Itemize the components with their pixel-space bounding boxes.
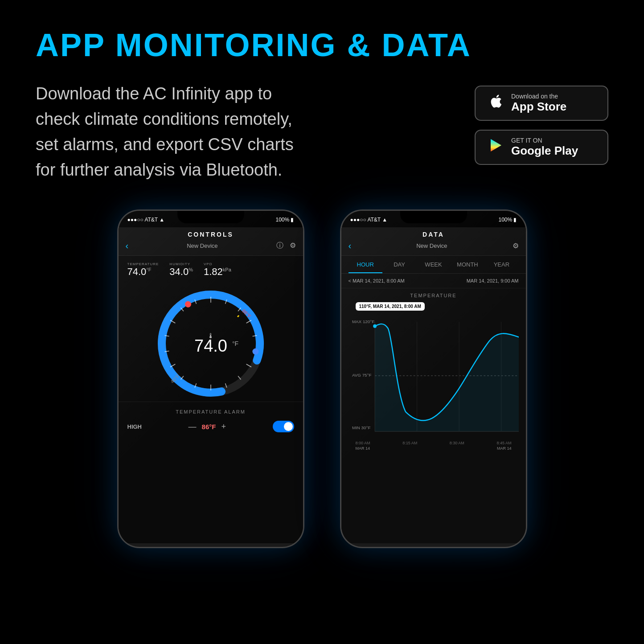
controls-subtitle-row: ‹ New Device ⓘ ⚙ [126, 241, 296, 251]
alarm-controls: — 86°F + [189, 422, 226, 431]
chart-title: TEMPERATURE [349, 293, 519, 298]
tab-hour[interactable]: HOUR [349, 261, 382, 273]
time-tabs: HOUR DAY WEEK MONTH YEAR [341, 256, 526, 274]
appstore-text: Download on the App Store [511, 93, 566, 114]
appstore-large-text: App Store [511, 100, 566, 114]
page-container: APP MONITORING & DATA Download the AC In… [0, 0, 644, 644]
top-section: Download the AC Infinity app to check cl… [36, 81, 608, 183]
phone-data-frame: ●●●○○ AT&T ▲ 4:48PM 100% ▮ DATA ‹ New De… [340, 209, 527, 548]
phone-controls-frame: ●●●○○ AT&T ▲ 4:48PM 100% ▮ CONTROLS ‹ Ne… [117, 209, 304, 548]
date-nav-left[interactable]: < MAR 14, 2021, 8:00 AM [349, 278, 405, 283]
x-label-2: 8:15 AM [402, 441, 417, 445]
temperature-chart: MAX 120°F AVG 75°F MIN 30°F [349, 314, 519, 439]
temp-label: TEMPERATURE [127, 262, 159, 266]
phone-notch-controls [177, 211, 244, 223]
tab-year[interactable]: YEAR [484, 261, 518, 273]
phones-section: ●●●○○ AT&T ▲ 4:48PM 100% ▮ CONTROLS ‹ Ne… [36, 209, 608, 548]
temp-value: 74.0°F [127, 266, 159, 278]
tab-day[interactable]: DAY [382, 261, 416, 273]
chart-tooltip: 110°F, MAR 14, 2021, 8:00 AM [356, 302, 425, 311]
tab-week[interactable]: WEEK [416, 261, 450, 273]
sensors-row: TEMPERATURE 74.0°F HUMIDITY 34.0% [119, 256, 303, 281]
main-title: APP MONITORING & DATA [36, 27, 608, 63]
controls-title: CONTROLS [126, 231, 296, 238]
humidity-value: 34.0% [169, 266, 193, 278]
data-settings-icon[interactable]: ⚙ [513, 242, 519, 250]
settings-icon[interactable]: ⚙ [290, 241, 296, 250]
alarm-high-label: HIGH [127, 423, 142, 430]
data-title: DATA [349, 231, 519, 238]
temp-unit: °F [146, 267, 151, 272]
controls-header-icons: ⓘ ⚙ [276, 241, 296, 250]
phone-controls-wrapper: ●●●○○ AT&T ▲ 4:48PM 100% ▮ CONTROLS ‹ Ne… [117, 209, 304, 548]
data-header: DATA ‹ New Device ⚙ [341, 227, 526, 256]
humidity-sensor: HUMIDITY 34.0% [169, 262, 193, 278]
x-date-4: MAR 14 [497, 446, 512, 451]
data-screen: DATA ‹ New Device ⚙ HOUR DAY WEEK MONTH [341, 227, 526, 543]
alarm-temp-value: 86°F [202, 423, 216, 431]
status-right-data: 100% ▮ [498, 217, 517, 223]
svg-point-36 [373, 324, 377, 328]
status-right-controls: 100% ▮ [275, 217, 294, 223]
alarm-plus-btn[interactable]: + [221, 422, 226, 431]
svg-marker-0 [491, 139, 501, 152]
vpd-label: VPD [204, 262, 231, 266]
badges-container: Download on the App Store [475, 86, 608, 165]
status-left-data: ●●●○○ AT&T ▲ [350, 217, 388, 223]
avg-label: AVG 75°F [352, 373, 371, 377]
date-nav-right: MAR 14, 2021, 9:00 AM [467, 278, 519, 283]
humidity-unit: % [189, 267, 193, 272]
max-label: MAX 120°F [352, 319, 374, 324]
phone-notch-data [400, 211, 467, 223]
min-label: MIN 30°F [352, 425, 370, 430]
description-text: Download the AC Infinity app to check cl… [36, 81, 312, 183]
alarm-section: TEMPERATURE ALARM HIGH — 86°F + [119, 402, 303, 432]
controls-back-btn[interactable]: ‹ [126, 241, 129, 251]
humidity-label: HUMIDITY [169, 262, 193, 266]
x-label-1: 8:00 AM [356, 441, 370, 445]
date-nav: < MAR 14, 2021, 8:00 AM MAR 14, 2021, 9:… [341, 274, 526, 288]
phone-data-wrapper: ●●●○○ AT&T ▲ 4:48PM 100% ▮ DATA ‹ New De… [340, 209, 527, 548]
svg-text:74.0: 74.0 [194, 336, 227, 355]
data-back-btn[interactable]: ‹ [349, 241, 352, 251]
alarm-title: TEMPERATURE ALARM [127, 409, 294, 414]
data-device-name: New Device [351, 242, 512, 249]
x-label-4: 8:45 AM [496, 441, 511, 445]
gauge-svg: 🌡 74.0 °F 40°F 86°F [153, 286, 269, 402]
x-date-1: MAR 14 [356, 446, 370, 451]
googleplay-text: GET IT ON Google Play [511, 137, 578, 158]
status-left-controls: ●●●○○ AT&T ▲ [127, 217, 165, 223]
vpd-sensor: VPD 1.82kPa [204, 262, 231, 278]
x-label-3: 8:30 AM [450, 441, 464, 445]
appstore-small-text: Download on the [511, 93, 566, 100]
vpd-value: 1.82kPa [204, 266, 231, 278]
vpd-unit: kPa [223, 267, 231, 272]
temp-sensor: TEMPERATURE 74.0°F [127, 262, 159, 278]
alarm-row: HIGH — 86°F + [127, 421, 294, 432]
x-axis-dates: MAR 14 MAR 14 [349, 445, 519, 451]
controls-screen: CONTROLS ‹ New Device ⓘ ⚙ [119, 227, 303, 543]
data-subtitle-row: ‹ New Device ⚙ [349, 241, 519, 251]
chart-section: TEMPERATURE 110°F, MAR 14, 2021, 8:00 AM… [341, 288, 526, 451]
alarm-minus-btn[interactable]: — [189, 422, 197, 431]
appstore-badge[interactable]: Download on the App Store [475, 86, 608, 121]
controls-header: CONTROLS ‹ New Device ⓘ ⚙ [119, 227, 303, 256]
gauge-area: 🌡 74.0 °F 40°F 86°F [119, 281, 303, 402]
tab-month[interactable]: MONTH [451, 261, 484, 273]
info-icon[interactable]: ⓘ [276, 241, 283, 250]
alarm-toggle[interactable] [273, 421, 294, 432]
googleplay-badge[interactable]: GET IT ON Google Play [475, 130, 608, 165]
googleplay-icon [488, 137, 504, 157]
x-axis-times: 8:00 AM 8:15 AM 8:30 AM 8:45 AM [349, 441, 519, 445]
svg-text:°F: °F [232, 340, 238, 347]
apple-icon [488, 93, 504, 113]
googleplay-large-text: Google Play [511, 144, 578, 158]
controls-device-name: New Device [128, 242, 276, 249]
googleplay-small-text: GET IT ON [511, 137, 578, 144]
